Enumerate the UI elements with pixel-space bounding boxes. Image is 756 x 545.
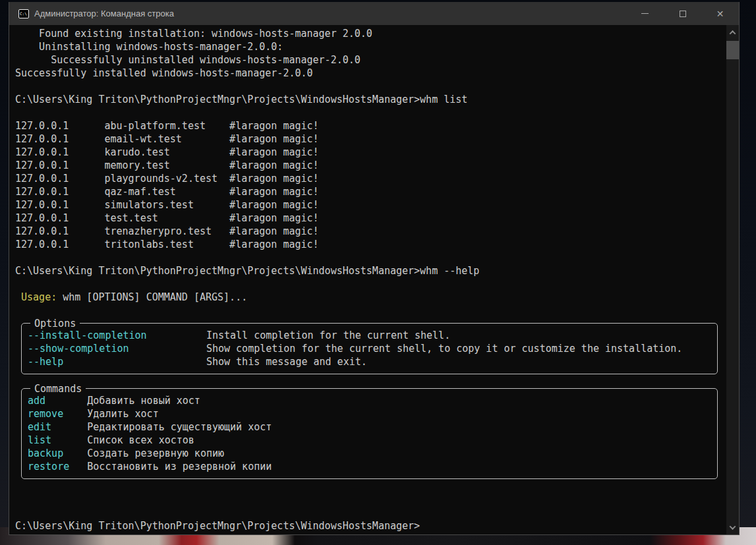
command-desc: Удалить хост <box>87 408 158 420</box>
command-desc: Создать резервную копию <box>87 447 224 459</box>
host-row: 127.0.0.1 karudo.test #laragon magic! <box>15 146 726 159</box>
scrollbar-thumb[interactable] <box>726 41 739 59</box>
command-row: backupСоздать резервную копию <box>22 447 717 460</box>
prompt-path: C:\Users\King Triton\PythonProjectMngr\P… <box>15 520 420 532</box>
command-row: restoreВосстановить из резервной копии <box>22 460 717 473</box>
scroll-up-arrow[interactable] <box>726 26 739 38</box>
host-row: 127.0.0.1 playgrounds-v2.test #laragon m… <box>15 172 726 185</box>
options-rows: --install-completionInstall completion f… <box>22 329 717 368</box>
host-row: 127.0.0.1 trenazherypro.test #laragon ma… <box>15 225 726 238</box>
blank-line <box>15 80 726 93</box>
cmd-icon: C:\ <box>18 9 29 18</box>
close-button[interactable]: ✕ <box>701 2 739 25</box>
pip-output: Found existing installation: windows-hos… <box>15 27 726 80</box>
host-row: 127.0.0.1 email-wt.test #laragon magic! <box>15 132 726 146</box>
option-desc: Install completion for the current shell… <box>206 330 450 341</box>
options-panel: Options --install-completionInstall comp… <box>21 323 718 374</box>
command-text: whm list <box>420 94 467 105</box>
cmd-icon-text: C:\ <box>19 12 27 16</box>
pip-output-line: Uninstalling windows-hosts-manager-2.0.0… <box>15 40 726 53</box>
maximize-icon <box>680 11 686 17</box>
window-controls: ✕ <box>626 2 739 25</box>
command-desc: Восстановить из резервной копии <box>87 461 272 473</box>
usage-label: Usage: <box>15 291 57 303</box>
commands-panel-title: Commands <box>30 382 86 395</box>
host-row: 127.0.0.1 test.test #laragon magic! <box>15 212 726 225</box>
command-row: removeУдалить хост <box>22 407 717 420</box>
pip-output-line: Successfully installed windows-hosts-man… <box>15 67 726 80</box>
command-name: add <box>28 394 87 407</box>
blank-line <box>15 304 726 317</box>
terminal-body[interactable]: Found existing installation: windows-hos… <box>9 25 739 534</box>
host-row: 127.0.0.1 simulators.test #laragon magic… <box>15 198 726 212</box>
option-name: --show-completion <box>28 342 206 355</box>
pip-output-line: Successfully uninstalled windows-hosts-m… <box>15 53 726 67</box>
host-row: 127.0.0.1 qaz-maf.test #laragon magic! <box>15 185 726 198</box>
prompt-line-current: C:\Users\King Triton\PythonProjectMngr\P… <box>15 519 726 532</box>
option-row: --helpShow this message and exit. <box>22 355 717 368</box>
command-row: editРедактировать существующий хост <box>22 420 717 434</box>
maximize-button[interactable] <box>664 2 701 25</box>
option-desc: Show completion for the current shell, t… <box>206 343 682 355</box>
command-desc: Редактировать существующий хост <box>87 421 272 433</box>
host-row: 127.0.0.1 memory.test #laragon magic! <box>15 159 726 172</box>
command-desc: Список всех хостов <box>87 434 194 446</box>
command-name: restore <box>28 460 87 473</box>
option-row: --show-completionShow completion for the… <box>22 342 717 355</box>
titlebar[interactable]: C:\ Администратор: Командная строка ✕ <box>9 2 739 25</box>
command-row: addДобавить новый хост <box>22 394 717 407</box>
prompt-path: C:\Users\King Triton\PythonProjectMngr\P… <box>15 265 420 277</box>
pip-output-line: Found existing installation: windows-hos… <box>15 27 726 40</box>
option-desc: Show this message and exit. <box>206 356 367 368</box>
prompt-line-help: C:\Users\King Triton\PythonProjectMngr\P… <box>15 264 726 277</box>
blank-line <box>15 493 726 506</box>
host-row: 127.0.0.1 tritonlabs.test #laragon magic… <box>15 238 726 251</box>
commands-panel: Commands addДобавить новый хостremoveУда… <box>21 388 718 479</box>
minimize-icon <box>641 13 649 14</box>
prompt-path: C:\Users\King Triton\PythonProjectMngr\P… <box>15 94 420 105</box>
option-row: --install-completionInstall completion f… <box>22 329 717 342</box>
scroll-down-arrow[interactable] <box>726 521 739 533</box>
usage-text: whm [OPTIONS] COMMAND [ARGS]... <box>57 291 247 303</box>
options-panel-title: Options <box>30 317 80 330</box>
command-row: listСписок всех хостов <box>22 434 717 447</box>
blank-line <box>15 106 726 119</box>
command-name: remove <box>28 407 87 420</box>
commands-rows: addДобавить новый хостremoveУдалить хост… <box>22 394 717 473</box>
terminal-content: Found existing installation: windows-hos… <box>9 25 726 534</box>
scrollbar[interactable] <box>726 25 739 534</box>
option-name: --install-completion <box>28 329 206 342</box>
close-icon: ✕ <box>716 9 724 18</box>
command-name: backup <box>28 447 87 460</box>
command-name: edit <box>28 420 87 434</box>
prompt-line-list: C:\Users\King Triton\PythonProjectMngr\P… <box>15 93 726 106</box>
blank-line <box>15 506 726 519</box>
host-row: 127.0.0.1 abu-platform.test #laragon mag… <box>15 119 726 132</box>
host-list: 127.0.0.1 abu-platform.test #laragon mag… <box>15 119 726 251</box>
usage-line: Usage: whm [OPTIONS] COMMAND [ARGS]... <box>15 291 726 304</box>
command-text: whm --help <box>420 265 479 277</box>
blank-line <box>15 277 726 291</box>
chevron-up-icon <box>730 30 736 36</box>
window-title: Администратор: Командная строка <box>34 9 626 18</box>
blank-line <box>15 251 726 264</box>
chevron-down-icon <box>730 523 736 530</box>
minimize-button[interactable] <box>626 2 664 25</box>
command-name: list <box>28 434 87 447</box>
command-desc: Добавить новый хост <box>87 395 200 407</box>
cmd-window: C:\ Администратор: Командная строка ✕ Fo… <box>9 2 740 535</box>
option-name: --help <box>28 355 206 368</box>
